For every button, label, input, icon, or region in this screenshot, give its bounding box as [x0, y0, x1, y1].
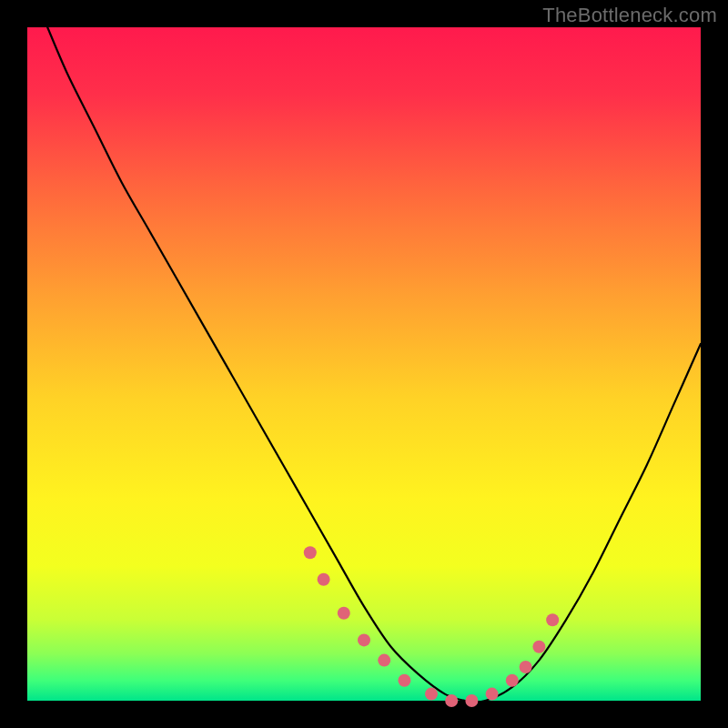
highlight-dot	[338, 607, 350, 620]
highlight-dot	[506, 674, 519, 687]
highlight-dot	[358, 633, 370, 646]
highlight-dot	[318, 573, 330, 586]
highlight-dot	[520, 661, 532, 673]
highlight-dot	[546, 613, 559, 626]
highlight-dot	[304, 546, 317, 559]
highlight-dot	[378, 654, 390, 667]
highlight-dot	[465, 694, 478, 707]
chart-frame: TheBottleneck.com	[0, 0, 728, 728]
bottleneck-chart	[0, 0, 728, 728]
highlight-dot	[486, 688, 499, 701]
highlight-dot	[532, 641, 545, 653]
gradient-background	[27, 27, 701, 701]
highlight-dot	[398, 674, 410, 687]
highlight-dot	[445, 694, 458, 707]
highlight-dot	[425, 688, 438, 701]
